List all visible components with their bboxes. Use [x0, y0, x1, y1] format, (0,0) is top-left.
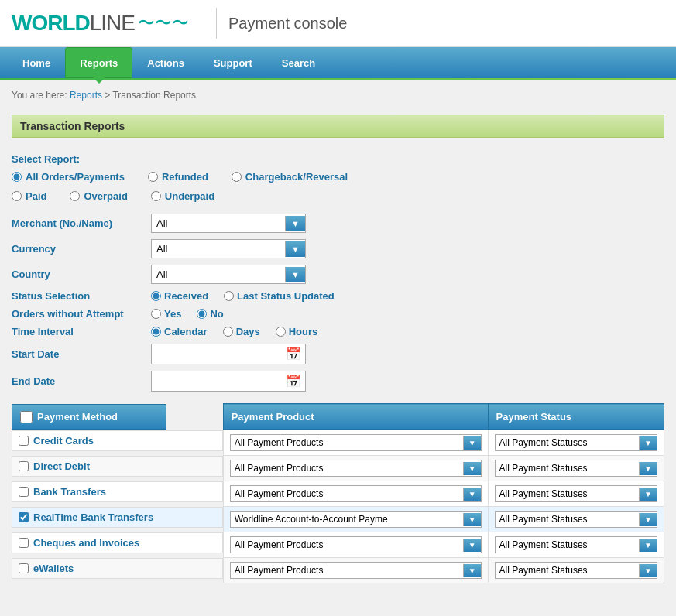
radio-overpaid[interactable]: Overpaid: [70, 190, 127, 202]
product-dropdown-btn[interactable]: ▼: [463, 488, 481, 501]
status-select[interactable]: All Payment Statuses: [496, 563, 640, 578]
product-dropdown-btn[interactable]: ▼: [463, 564, 481, 577]
status-select[interactable]: All Payment Statuses: [496, 537, 640, 553]
end-date-label: End Date: [12, 375, 151, 387]
nav-support[interactable]: Support: [199, 47, 267, 78]
status-dropdown-btn[interactable]: ▼: [639, 513, 657, 526]
row-checkbox[interactable]: [19, 487, 29, 497]
start-date-row: Start Date 📅: [12, 344, 664, 364]
td-method: Credit Cards: [12, 430, 223, 451]
table-row: Credit CardsAll Payment Products▼All Pay…: [12, 430, 664, 456]
nav-actions[interactable]: Actions: [132, 47, 199, 78]
product-dropdown-btn[interactable]: ▼: [463, 513, 481, 526]
status-select[interactable]: All Payment Statuses: [496, 435, 640, 450]
start-date-wrapper: 📅: [151, 344, 306, 364]
end-date-input[interactable]: [156, 375, 286, 387]
radio-last-status[interactable]: Last Status Updated: [224, 290, 335, 302]
currency-select[interactable]: All: [152, 240, 285, 258]
status-dropdown-btn[interactable]: ▼: [639, 564, 657, 577]
status-dropdown-btn[interactable]: ▼: [639, 462, 657, 475]
product-select-wrapper: All Payment Products▼: [230, 485, 482, 502]
row-checkbox[interactable]: [19, 538, 29, 548]
radio-last-status-input[interactable]: [224, 291, 234, 301]
radio-no[interactable]: No: [197, 308, 223, 320]
product-select-wrapper: All Payment Products▼: [230, 460, 482, 477]
currency-dropdown-btn[interactable]: ▼: [285, 241, 305, 257]
row-checkbox[interactable]: [19, 563, 29, 573]
radio-days-input[interactable]: [223, 327, 233, 337]
radio-received-input[interactable]: [151, 291, 161, 301]
product-dropdown-btn[interactable]: ▼: [463, 539, 481, 552]
status-select[interactable]: All Payment Statuses: [496, 512, 640, 527]
country-dropdown-btn[interactable]: ▼: [285, 267, 305, 282]
product-select-wrapper: All Payment Products▼: [230, 434, 482, 451]
merchant-row: Merchant (No./Name) All ▼: [12, 214, 664, 233]
product-select[interactable]: Worldline Account-to-Account Payme: [231, 512, 463, 527]
radio-refunded[interactable]: Refunded: [148, 171, 208, 183]
row-checkbox[interactable]: [19, 436, 29, 446]
radio-all-orders-label: All Orders/Payments: [26, 171, 125, 183]
status-dropdown-btn[interactable]: ▼: [639, 539, 657, 552]
td-method: Bank Transfers: [12, 481, 223, 502]
radio-all-orders-input[interactable]: [12, 172, 22, 182]
radio-paid-input[interactable]: [12, 191, 22, 201]
td-status: All Payment Statuses▼: [488, 430, 664, 456]
status-select-wrapper: All Payment Statuses▼: [495, 460, 657, 477]
product-select[interactable]: All Payment Products: [231, 486, 463, 501]
country-select[interactable]: All: [152, 265, 285, 283]
product-select[interactable]: All Payment Products: [231, 460, 463, 476]
radio-days[interactable]: Days: [223, 326, 260, 337]
radio-refunded-input[interactable]: [148, 172, 158, 182]
radio-chargeback-label: Chargeback/Reversal: [245, 171, 348, 183]
radio-yes[interactable]: Yes: [151, 308, 181, 320]
status-dropdown-btn[interactable]: ▼: [639, 488, 657, 501]
status-select[interactable]: All Payment Statuses: [496, 486, 640, 501]
radio-underpaid-input[interactable]: [151, 191, 161, 201]
select-report-row: Select Report:: [12, 153, 664, 165]
start-date-input[interactable]: [156, 348, 286, 360]
nav-reports[interactable]: Reports: [65, 47, 132, 78]
product-select[interactable]: All Payment Products: [231, 435, 463, 450]
row-checkbox[interactable]: [19, 512, 29, 522]
product-select[interactable]: All Payment Products: [231, 537, 463, 553]
status-select-wrapper: All Payment Statuses▼: [495, 511, 657, 528]
report-options-row2: Paid Overpaid Underpaid: [12, 190, 664, 202]
status-dropdown-btn[interactable]: ▼: [639, 436, 657, 450]
nav-search[interactable]: Search: [267, 47, 330, 78]
report-options-row: All Orders/Payments Refunded Chargeback/…: [12, 171, 664, 183]
radio-all-orders[interactable]: All Orders/Payments: [12, 171, 125, 183]
td-product: All Payment Products▼: [223, 558, 488, 583]
radio-calendar-input[interactable]: [151, 327, 161, 337]
radio-no-input[interactable]: [197, 309, 207, 319]
status-selection-field: Received Last Status Updated: [151, 290, 664, 302]
status-select-wrapper: All Payment Statuses▼: [495, 536, 657, 553]
product-select[interactable]: All Payment Products: [231, 563, 463, 578]
select-all-checkbox[interactable]: [20, 411, 33, 423]
merchant-select[interactable]: All: [152, 214, 285, 232]
breadcrumb-reports[interactable]: Reports: [70, 90, 102, 101]
radio-hours-input[interactable]: [276, 327, 286, 337]
product-dropdown-btn[interactable]: ▼: [463, 436, 481, 450]
merchant-dropdown-btn[interactable]: ▼: [285, 216, 305, 231]
product-dropdown-btn[interactable]: ▼: [463, 462, 481, 475]
radio-yes-input[interactable]: [151, 309, 161, 319]
radio-hours[interactable]: Hours: [276, 326, 318, 337]
end-date-calendar-icon[interactable]: 📅: [286, 374, 301, 388]
radio-received[interactable]: Received: [151, 290, 208, 302]
radio-chargeback-input[interactable]: [232, 172, 242, 182]
start-date-calendar-icon[interactable]: 📅: [286, 347, 301, 361]
radio-paid[interactable]: Paid: [12, 190, 46, 202]
radio-chargeback[interactable]: Chargeback/Reversal: [232, 171, 348, 183]
nav-home[interactable]: Home: [8, 47, 65, 78]
td-product: All Payment Products▼: [223, 430, 488, 456]
status-select[interactable]: All Payment Statuses: [496, 460, 640, 476]
radio-overpaid-input[interactable]: [70, 191, 80, 201]
row-checkbox[interactable]: [19, 461, 29, 471]
breadcrumb-current: Transaction Reports: [112, 90, 196, 101]
radio-calendar[interactable]: Calendar: [151, 326, 208, 337]
radio-underpaid[interactable]: Underpaid: [151, 190, 214, 202]
table-row: Cheques and InvoicesAll Payment Products…: [12, 532, 664, 558]
th-product: Payment Product: [223, 404, 488, 430]
radio-days-label: Days: [236, 326, 260, 337]
method-label: RealTime Bank Transfers: [33, 512, 153, 523]
